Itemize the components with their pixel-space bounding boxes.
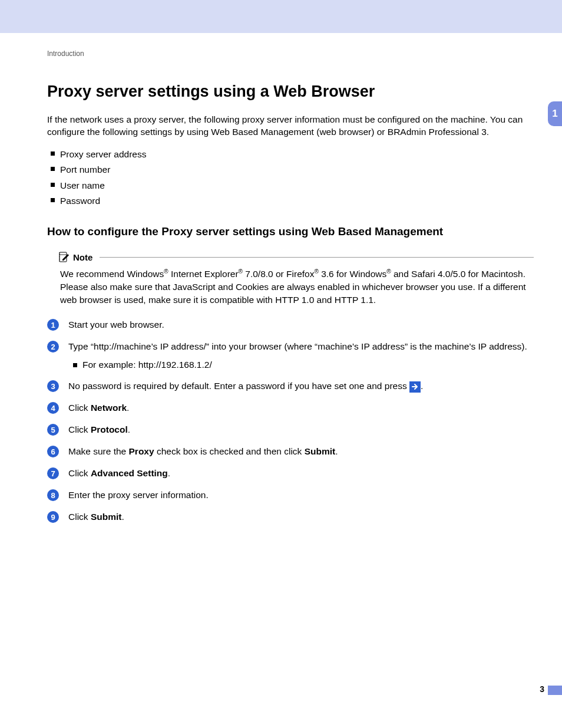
- step-bold: Submit: [305, 446, 336, 456]
- intro-paragraph: If the network uses a proxy server, the …: [47, 114, 534, 139]
- step-item: 2 Type “http://machine’s IP address/” in…: [47, 341, 534, 371]
- step-text: .: [121, 512, 124, 522]
- step-number-badge: 2: [47, 341, 59, 353]
- step-item: 3 No password is required by default. En…: [47, 380, 534, 393]
- note-body: We recommend Windows® Internet Explorer®…: [59, 268, 534, 306]
- step-number-badge: 9: [47, 511, 59, 523]
- list-item: Password: [51, 193, 534, 209]
- header-bar: [0, 0, 562, 33]
- note-text: We recommend Windows: [60, 269, 164, 279]
- step-number-badge: 7: [47, 467, 59, 479]
- step-text: No password is required by default. Ente…: [68, 381, 409, 391]
- step-number-badge: 1: [47, 319, 59, 331]
- list-item: For example: http://192.168.1.2/: [73, 359, 534, 371]
- step-number-badge: 8: [47, 489, 59, 501]
- step-number-badge: 5: [47, 424, 59, 436]
- step-bold: Submit: [91, 512, 122, 522]
- step-text: .: [421, 381, 423, 391]
- step-text: Click: [68, 424, 91, 434]
- step-text: .: [335, 446, 338, 456]
- step-item: 7 Click Advanced Setting.: [47, 467, 534, 480]
- step-sublist: For example: http://192.168.1.2/: [68, 359, 534, 371]
- page-title: Proxy server settings using a Web Browse…: [47, 83, 534, 101]
- step-item: 6 Make sure the Proxy check box is check…: [47, 446, 534, 459]
- list-item: Proxy server address: [51, 147, 534, 162]
- arrow-right-icon: [409, 381, 421, 393]
- note-label: Note: [73, 252, 92, 262]
- settings-list: Proxy server address Port number User na…: [47, 147, 534, 209]
- step-item: 8 Enter the proxy server information.: [47, 489, 534, 502]
- step-text: Click: [68, 403, 91, 413]
- step-text: check box is checked and then click: [154, 446, 305, 456]
- step-bold: Advanced Setting: [91, 468, 168, 478]
- note-pencil-icon: [59, 251, 71, 263]
- section-title: How to configure the Proxy server settin…: [47, 225, 534, 238]
- step-bold: Protocol: [91, 424, 128, 434]
- steps-list: 1 Start your web browser. 2 Type “http:/…: [47, 319, 534, 524]
- step-text: Make sure the: [68, 446, 129, 456]
- step-text: .: [128, 424, 130, 434]
- step-text: Start your web browser.: [68, 319, 164, 330]
- note-header: Note: [59, 251, 534, 263]
- registered-mark: ®: [239, 268, 243, 275]
- step-text: .: [127, 403, 129, 413]
- step-number-badge: 3: [47, 380, 59, 392]
- note-text: Internet Explorer: [168, 269, 239, 279]
- step-item: 5 Click Protocol.: [47, 424, 534, 437]
- registered-mark: ®: [386, 268, 391, 275]
- step-bold: Proxy: [129, 446, 154, 456]
- registered-mark: ®: [314, 268, 318, 275]
- step-number-badge: 4: [47, 402, 59, 414]
- step-text: Click: [68, 512, 91, 522]
- note-text: 3.6 for Windows: [319, 269, 386, 279]
- step-text: Enter the proxy server information.: [68, 490, 209, 500]
- list-item: Port number: [51, 162, 534, 177]
- page-number: 3: [540, 684, 544, 694]
- step-text: Click: [68, 468, 91, 478]
- note-divider: [100, 257, 534, 258]
- registered-mark: ®: [164, 268, 168, 275]
- step-text: Type “http://machine’s IP address/” into…: [68, 341, 527, 351]
- breadcrumb: Introduction: [47, 50, 534, 58]
- step-number-badge: 6: [47, 446, 59, 457]
- page-content: Introduction Proxy server settings using…: [47, 50, 534, 533]
- step-item: 9 Click Submit.: [47, 511, 534, 524]
- note-text: 7.0/8.0 or Firefox: [243, 269, 314, 279]
- step-text: .: [168, 468, 170, 478]
- step-item: 4 Click Network.: [47, 402, 534, 415]
- step-bold: Network: [91, 403, 127, 413]
- note-block: Note We recommend Windows® Internet Expl…: [47, 251, 534, 306]
- chapter-tab: 1: [548, 101, 562, 126]
- list-item: User name: [51, 178, 534, 193]
- step-item: 1 Start your web browser.: [47, 319, 534, 332]
- page-number-tab: [548, 686, 562, 695]
